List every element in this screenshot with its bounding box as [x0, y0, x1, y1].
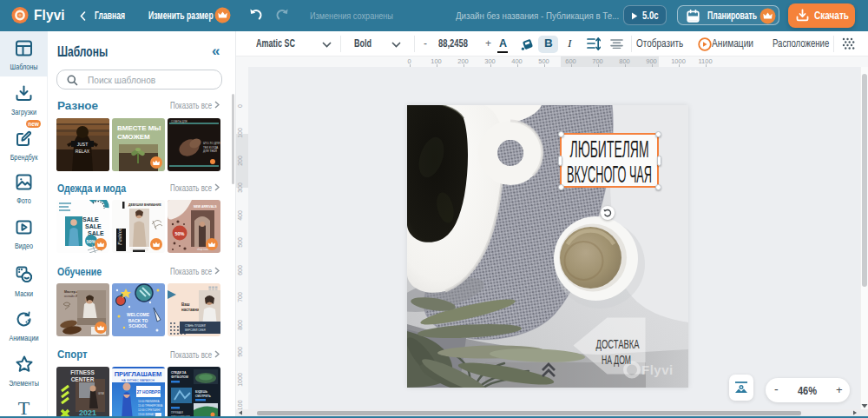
svg-text:NEW ARRIVALS: NEW ARRIVALS	[194, 205, 217, 209]
svg-text:НА ДОМ: НА ДОМ	[602, 353, 631, 367]
svg-text:НА ФИТНЕС МАРАФОН: НА ФИТНЕС МАРАФОН	[122, 378, 155, 382]
svg-text:ФУТБОЛОМ: ФУТБОЛОМ	[171, 375, 188, 378]
svg-text:БУДЕШЬ: БУДЕШЬ	[195, 390, 208, 394]
svg-text:ДЕВУШКИ ВНИМАНИЕ: ДЕВУШКИ ВНИМАНИЕ	[128, 203, 161, 207]
svg-text:ТЕХ КОГДА: ТЕХ КОГДА	[203, 145, 219, 149]
svg-text:FITNESS: FITNESS	[70, 369, 95, 375]
svg-text:ЧТО-ТО ДЛЯ: ЧТО-ТО ДЛЯ	[203, 142, 220, 145]
svg-text:JUST: JUST	[77, 141, 89, 146]
svg-text:ПРИГЛАШАЕМ: ПРИГЛАШАЕМ	[115, 370, 162, 378]
svg-text:10:00 РАЗМИНКА: 10:00 РАЗМИНКА	[138, 400, 160, 403]
svg-text:RELAX: RELAX	[76, 149, 90, 154]
svg-text:SCHOOL: SCHOOL	[128, 323, 147, 328]
svg-text:Flyvi: Flyvi	[641, 362, 674, 377]
svg-text:27 НОЯБРЯ: 27 НОЯБРЯ	[136, 390, 161, 395]
svg-text:Fashion: Fashion	[117, 229, 122, 247]
svg-text:ДОСТАВКА: ДОСТАВКА	[596, 337, 640, 351]
svg-text:2021: 2021	[79, 408, 96, 416]
svg-text:SALE: SALE	[82, 216, 99, 222]
svg-text:СМОЖЕМ: СМОЖЕМ	[117, 133, 150, 141]
svg-text:СОВЕТЫ ДЛЯ: СОВЕТЫ ДЛЯ	[171, 119, 187, 123]
svg-text:GYM: GYM	[98, 392, 104, 395]
svg-text:ВЕРСИЕЙ СЕБЯ: ВЕРСИЕЙ СЕБЯ	[185, 328, 206, 332]
svg-text:ВМЕСТЕ МЫ: ВМЕСТЕ МЫ	[117, 124, 161, 132]
svg-text:WELCOME: WELCOME	[127, 312, 150, 317]
svg-text:CENTER: CENTER	[71, 375, 95, 382]
svg-text:ПРЯМАЯ: ПРЯМАЯ	[171, 411, 183, 415]
svg-text:Ваш: Ваш	[181, 302, 190, 307]
svg-text:50%: 50%	[174, 231, 184, 236]
svg-text:12:00 СТРЕТЧИНГ: 12:00 СТРЕТЧИНГ	[138, 408, 161, 412]
svg-text:СТАНЬ ЛУЧШЕЙ: СТАНЬ ЛУЧШЕЙ	[185, 324, 206, 328]
svg-text:СМОТРЕТЬ: СМОТРЕТЬ	[195, 394, 212, 397]
svg-text:ДЛЯ ТЕБЯ: ДЛЯ ТЕБЯ	[203, 149, 218, 153]
svg-text:СЛЕДИ ЗА: СЛЕДИ ЗА	[171, 371, 187, 375]
svg-text:11:00 ТРЕНИРОВКА: 11:00 ТРЕНИРОВКА	[138, 404, 162, 408]
svg-text:BACK TO: BACK TO	[128, 318, 148, 323]
svg-text:SALE: SALE	[85, 223, 102, 229]
